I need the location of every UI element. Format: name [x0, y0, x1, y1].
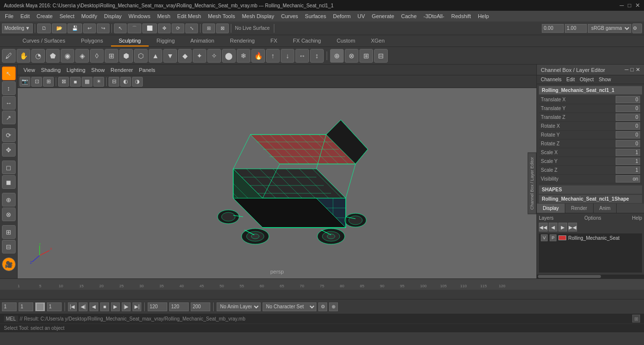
vp-solid-btn[interactable]: ■ [70, 77, 81, 87]
soft-sel-btn[interactable]: ⊗ [2, 207, 16, 221]
sculpt-btn-3[interactable]: ◔ [31, 49, 45, 63]
scale-y-input[interactable] [616, 158, 640, 165]
sculpt-btn-1[interactable]: 🖊 [2, 49, 16, 63]
options-menu[interactable]: Options [584, 215, 601, 221]
menu-create[interactable]: Create [34, 12, 56, 20]
vp-menu-lighting[interactable]: Lighting [65, 67, 88, 73]
rotate-y-input[interactable] [616, 131, 640, 138]
sculpt-btn-21[interactable]: ↔ [295, 49, 309, 63]
tab-animation[interactable]: Animation [182, 36, 222, 46]
viewport-canvas[interactable]: X Y Z persp [18, 88, 536, 278]
tab-fx-caching[interactable]: FX Caching [285, 36, 329, 46]
menu-surfaces[interactable]: Surfaces [302, 12, 329, 20]
lasso-btn[interactable]: ⌒ [128, 23, 141, 33]
workspace-dropdown[interactable]: Modeling ▼ [2, 23, 33, 33]
playback-end-input[interactable] [169, 302, 189, 311]
snap-tool-btn[interactable]: ⟳ [2, 128, 16, 142]
layers-menu[interactable]: Layers [539, 215, 554, 221]
sculpt-btn-15[interactable]: ✧ [207, 49, 221, 63]
vp-menu-panels[interactable]: Panels [137, 67, 157, 73]
menu-mesh-display[interactable]: Mesh Display [239, 12, 277, 20]
rotate-x-input[interactable] [616, 122, 640, 130]
menu-modify[interactable]: Modify [78, 12, 100, 20]
sculpt-btn-6[interactable]: ◈ [75, 49, 89, 63]
tab-polygons[interactable]: Polygons [73, 36, 111, 46]
save-scene-btn[interactable]: 💾 [67, 23, 82, 33]
tab-curves-surfaces[interactable]: Curves / Surfaces [15, 36, 73, 46]
menu-mesh[interactable]: Mesh [154, 12, 173, 20]
rotate-btn[interactable]: ⟳ [172, 23, 184, 33]
tab-rigging[interactable]: Rigging [149, 36, 182, 46]
layer-next-btn[interactable]: ▶ [558, 223, 567, 231]
tab-sculpting[interactable]: Sculpting [111, 36, 149, 46]
cb-expand-btn[interactable]: □ [630, 67, 634, 73]
menu-uv[interactable]: UV [355, 12, 368, 20]
cb-menu-object[interactable]: Object [578, 76, 596, 83]
new-scene-btn[interactable]: 🗋 [37, 23, 51, 33]
sculpt-btn-8[interactable]: ⊞ [105, 49, 118, 63]
playback-end-display[interactable] [148, 302, 167, 311]
menu-cache[interactable]: Cache [398, 12, 420, 20]
layer-last-btn[interactable]: ▶◀ [568, 223, 577, 231]
menu-3dtoall[interactable]: -3DtoAll- [421, 12, 447, 20]
play-fwd-btn[interactable]: ▶ [111, 302, 120, 311]
paint-sel-btn[interactable]: ⊕ [2, 193, 16, 207]
camera-btn[interactable]: 🎥 [2, 257, 16, 271]
go-to-start-btn[interactable]: |◀ [68, 302, 77, 311]
vp-fit-btn[interactable]: ⊡ [31, 77, 42, 87]
close-btn[interactable]: ✕ [635, 2, 640, 9]
vp-frame-btn[interactable]: ⊞ [43, 77, 54, 87]
sculpt-btn-12[interactable]: ▼ [163, 49, 177, 63]
gamma-select[interactable]: sRGB gamma [588, 24, 631, 33]
step-input[interactable] [47, 302, 62, 311]
play-back-btn[interactable]: ◀ [89, 302, 98, 311]
sculpt-btn-9[interactable]: ⬢ [119, 49, 133, 63]
menu-edit-mesh[interactable]: Edit Mesh [174, 12, 204, 20]
step-fwd-btn[interactable]: |▶ [122, 302, 131, 311]
menu-deform[interactable]: Deform [330, 12, 354, 20]
vp-light-btn[interactable]: ☀ [93, 77, 104, 87]
vp-tex-btn[interactable]: ▦ [82, 77, 92, 87]
translate-x-input[interactable] [616, 96, 640, 103]
vp-menu-show[interactable]: Show [89, 67, 107, 73]
anim-settings-btn[interactable]: ⚙ [318, 302, 327, 311]
sculpt-btn-2[interactable]: ✋ [17, 49, 30, 63]
tab-display[interactable]: Display [537, 204, 565, 213]
vp-grid-btn[interactable]: ⊟ [109, 77, 119, 87]
snap-btn[interactable]: ⊠ [216, 23, 229, 33]
channel-box-tab[interactable]: Channel Box / Layer Editor [528, 153, 536, 214]
scale-z-input[interactable] [616, 166, 640, 174]
vp-wire-btn[interactable]: ⊠ [58, 77, 69, 87]
vp-aa-btn[interactable]: ◑ [132, 77, 143, 87]
visibility-input[interactable] [616, 175, 640, 183]
anim-end-input[interactable] [191, 302, 210, 311]
timeline-ruler[interactable]: 1 5 10 15 20 25 30 35 40 45 50 55 60 65 … [0, 279, 644, 290]
measure-btn[interactable]: ⊞ [2, 225, 16, 239]
sculpt-btn-17[interactable]: ❄ [237, 49, 250, 63]
cb-menu-channels[interactable]: Channels [539, 76, 563, 83]
grid-btn[interactable]: ⊞ [202, 23, 215, 33]
scroll-thumb[interactable] [538, 275, 601, 278]
tab-render[interactable]: Render [565, 204, 594, 213]
menu-help[interactable]: Help [475, 12, 492, 20]
current-frame-input[interactable] [2, 302, 17, 311]
field-value2[interactable] [565, 24, 587, 33]
sculpt-btn-19[interactable]: ↑ [266, 49, 280, 63]
go-to-end-btn[interactable]: ▶| [133, 302, 141, 311]
sculpt-btn-sym[interactable]: ⊕ [330, 49, 344, 63]
sculpt-btn-20[interactable]: ↓ [281, 49, 294, 63]
script-editor-btn[interactable]: ⊞ [632, 315, 640, 322]
help-menu[interactable]: Help [632, 215, 642, 221]
menu-redshift[interactable]: Redshift [448, 12, 474, 20]
move-btn[interactable]: ✥ [158, 23, 171, 33]
vp-res-btn[interactable]: ◐ [120, 77, 131, 87]
vp-menu-renderer[interactable]: Renderer [109, 67, 135, 73]
translate-y-input[interactable] [616, 105, 640, 112]
annotation-btn[interactable]: ⊟ [2, 240, 16, 253]
sculpt-btn-13[interactable]: ◆ [178, 49, 192, 63]
vp-camera-btn[interactable]: 📷 [20, 77, 30, 87]
tab-custom[interactable]: Custom [329, 36, 363, 46]
cb-close-btn[interactable]: ✕ [636, 67, 640, 73]
anim-layer-select[interactable]: No Anim Layer [217, 302, 261, 311]
tab-xgen[interactable]: XGen [363, 36, 392, 46]
